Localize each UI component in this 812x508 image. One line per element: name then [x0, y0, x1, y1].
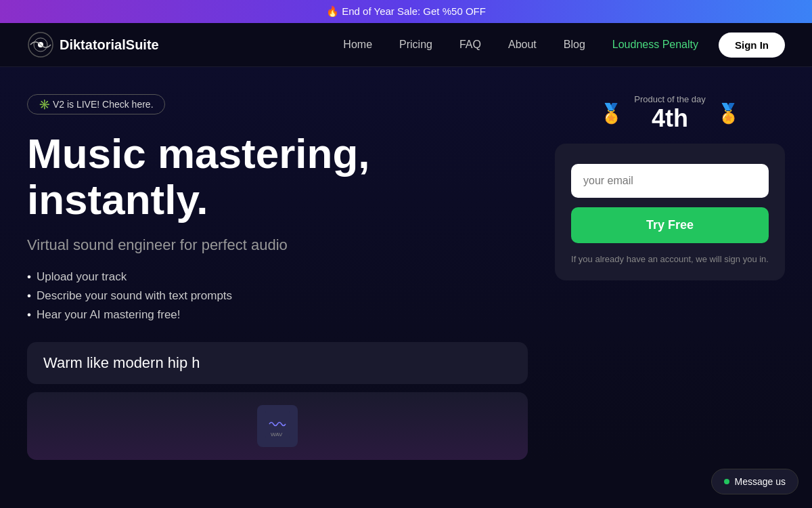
wav-icon: WAV [257, 405, 298, 447]
live-badge[interactable]: ✳️ V2 is LIVE! Check here. [27, 94, 165, 114]
nav-blog[interactable]: Blog [564, 39, 585, 51]
upload-area[interactable]: WAV [27, 392, 528, 460]
hero-right: 🏅 Product of the day 4th 🏅 Try Free If y… [555, 94, 785, 460]
product-day-number: 4th [652, 104, 688, 132]
online-indicator [724, 479, 729, 484]
nav-faq[interactable]: FAQ [459, 39, 481, 51]
logo-text: DiktatorialSuite [60, 37, 159, 53]
product-of-day: 🏅 Product of the day 4th 🏅 [555, 94, 785, 133]
product-day-label: Product of the day [634, 94, 706, 104]
signup-card: Try Free If you already have an account,… [555, 144, 785, 280]
nav-about[interactable]: About [508, 39, 537, 51]
sign-in-button[interactable]: Sign In [719, 33, 785, 58]
wav-file-icon: WAV [265, 410, 290, 439]
logo-icon [27, 31, 54, 58]
logo[interactable]: DiktatorialSuite [27, 31, 159, 58]
signin-note: If you already have an account, we will … [571, 254, 769, 264]
email-input[interactable] [571, 164, 769, 198]
navbar: DiktatorialSuite Home Pricing FAQ About … [0, 23, 812, 67]
message-us-label: Message us [735, 476, 786, 487]
laurel-left: 🏅 [600, 102, 623, 125]
laurel-right: 🏅 [717, 102, 740, 125]
svg-text:WAV: WAV [271, 431, 283, 438]
banner-text: 🔥 End of Year Sale: Get %50 OFF [326, 5, 486, 17]
hero-left: ✳️ V2 is LIVE! Check here. Music masteri… [27, 94, 555, 460]
bullet-2: Describe your sound with text prompts [27, 289, 528, 303]
nav-home[interactable]: Home [343, 39, 372, 51]
top-banner: 🔥 End of Year Sale: Get %50 OFF [0, 0, 812, 23]
nav-pricing[interactable]: Pricing [399, 39, 432, 51]
prompt-input-container [27, 342, 528, 384]
nav-links: Home Pricing FAQ About Blog Loudness Pen… [343, 39, 698, 51]
message-us-button[interactable]: Message us [711, 469, 798, 494]
hero-section: ✳️ V2 is LIVE! Check here. Music masteri… [0, 67, 812, 460]
prompt-input[interactable] [43, 354, 512, 372]
bullet-3: Hear your AI mastering free! [27, 308, 528, 322]
bullet-1: Upload your track [27, 270, 528, 284]
hero-subtitle: Virtual sound engineer for perfect audio [27, 236, 528, 254]
hero-title: Music mastering, instantly. [27, 131, 528, 223]
nav-loudness-penalty[interactable]: Loudness Penalty [612, 39, 698, 51]
try-free-button[interactable]: Try Free [571, 207, 769, 243]
bullet-list: Upload your track Describe your sound wi… [27, 270, 528, 322]
